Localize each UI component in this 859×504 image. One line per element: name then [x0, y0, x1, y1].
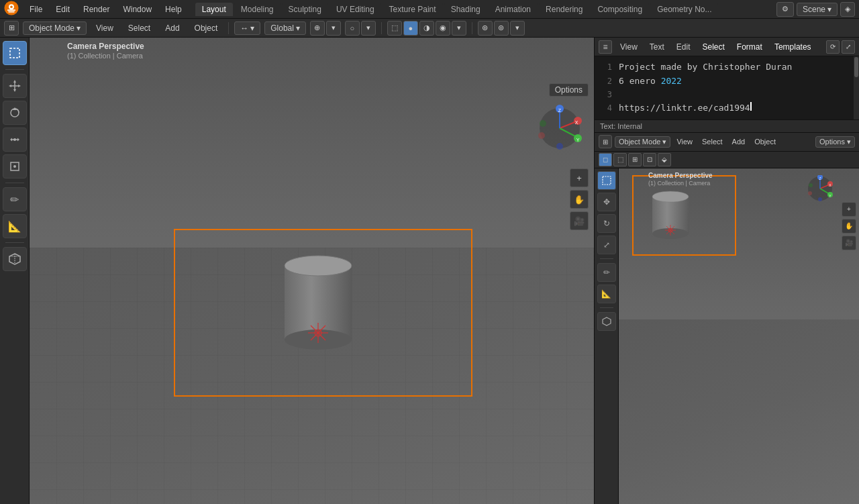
text-editor-scrollbar[interactable]: [854, 56, 859, 119]
blender-logo[interactable]: [4, 1, 19, 17]
svp-axis-gizmo[interactable]: X Y Z: [807, 175, 833, 202]
svp-pan-btn[interactable]: ✋: [842, 219, 856, 234]
viewport-shading-icon[interactable]: ◈: [840, 2, 855, 17]
svp-add-menu[interactable]: Add: [729, 136, 749, 147]
svp-icon-4[interactable]: ⊡: [643, 153, 656, 166]
viewport-canvas[interactable]: Camera Perspective (1) Collection | Came…: [30, 38, 594, 504]
zoom-in-btn[interactable]: +: [570, 168, 589, 187]
svg-text:Z: Z: [558, 108, 562, 113]
te-line-1: 1 Project made by Christopher Duran: [599, 60, 855, 74]
transform-selector[interactable]: ↔ ▾: [234, 21, 260, 35]
te-view-menu[interactable]: View: [616, 41, 642, 53]
material-icon[interactable]: ◑: [419, 21, 434, 36]
svg-marker-8: [13, 80, 16, 83]
tab-sculpting[interactable]: Sculpting: [282, 3, 328, 16]
te-text-menu[interactable]: Text: [646, 41, 668, 53]
mode-selector[interactable]: Object Mode ▾: [23, 21, 87, 35]
overlay-icon[interactable]: ⊚: [494, 21, 509, 36]
svp-mode-selector[interactable]: Object Mode ▾: [615, 136, 670, 148]
text-editor-content[interactable]: 1 Project made by Christopher Duran 2 6 …: [595, 56, 859, 119]
svg-point-69: [818, 197, 822, 201]
second-viewport[interactable]: ✥ ↻ ⤢ ✏ 📐: [595, 168, 859, 504]
svp-rotate-tool[interactable]: ↻: [597, 214, 616, 233]
engine-icon[interactable]: ⚙: [776, 2, 794, 17]
te-expand-icon[interactable]: ⤢: [842, 40, 855, 54]
tab-animation[interactable]: Animation: [489, 3, 538, 16]
measure-tool[interactable]: 📐: [3, 214, 27, 238]
gizmo-icon[interactable]: ⊛: [478, 21, 493, 36]
menu-help[interactable]: Help: [160, 3, 187, 15]
svp-right-tools: + ✋ 🎥: [842, 202, 856, 250]
hand-pan-btn[interactable]: ✋: [570, 190, 589, 209]
te-sync-icon[interactable]: ⟳: [826, 40, 840, 54]
tab-texture-paint[interactable]: Texture Paint: [383, 3, 443, 16]
wireframe-icon[interactable]: ⬚: [387, 21, 402, 36]
svg-point-2: [10, 5, 13, 8]
text-editor-type-icon[interactable]: ≡: [599, 40, 612, 54]
menu-file[interactable]: File: [24, 3, 48, 15]
shading-settings-icon[interactable]: ▾: [452, 21, 466, 36]
axis-gizmo[interactable]: X Y Z: [536, 105, 583, 152]
svp-zoom-in-btn[interactable]: +: [842, 202, 856, 217]
te-format-menu[interactable]: Format: [733, 41, 766, 53]
object-menu[interactable]: Object: [189, 22, 223, 34]
editor-type-icon[interactable]: ⊞: [4, 21, 19, 36]
view-menu[interactable]: View: [91, 22, 119, 34]
camera-view-btn[interactable]: 🎥: [570, 211, 589, 230]
select-box-tool[interactable]: [3, 41, 27, 65]
svp-icon-5[interactable]: ⬙: [658, 153, 671, 166]
menu-edit[interactable]: Edit: [50, 3, 75, 15]
tab-uv-editing[interactable]: UV Editing: [330, 3, 381, 16]
add-cube-tool[interactable]: [3, 247, 27, 271]
svp-move-tool[interactable]: ✥: [597, 193, 616, 211]
menu-window[interactable]: Window: [117, 3, 157, 15]
svp-options-btn[interactable]: Options ▾: [815, 136, 855, 148]
te-select-menu[interactable]: Select: [699, 41, 729, 53]
tab-layout[interactable]: Layout: [195, 3, 233, 16]
tab-geometry-nodes[interactable]: Geometry No...: [650, 3, 718, 16]
svp-select-tool[interactable]: [597, 171, 616, 190]
select-menu[interactable]: Select: [123, 22, 156, 34]
snap-magnet-icon[interactable]: ⊕: [310, 21, 325, 36]
svp-cube-tool[interactable]: [597, 312, 616, 331]
te-edit-menu[interactable]: Edit: [672, 41, 695, 53]
rendered-icon[interactable]: ◉: [436, 21, 450, 36]
scale-tool[interactable]: [3, 128, 27, 152]
solid-icon[interactable]: ●: [403, 21, 418, 36]
annotate-tool[interactable]: ✏: [3, 187, 27, 211]
svp-scale-tool[interactable]: ⤢: [597, 236, 616, 254]
menu-render[interactable]: Render: [78, 3, 115, 15]
tab-modeling[interactable]: Modeling: [234, 3, 281, 16]
snap-settings-icon[interactable]: ▾: [326, 21, 341, 36]
tab-rendering[interactable]: Rendering: [539, 3, 589, 16]
tab-compositing[interactable]: Compositing: [591, 3, 649, 16]
svg-point-19: [13, 165, 16, 168]
global-transform[interactable]: Global ▾: [264, 21, 306, 35]
svp-annotate-tool[interactable]: ✏: [597, 263, 616, 282]
rotate-tool[interactable]: [3, 101, 27, 125]
proportional-edit-icon[interactable]: ○: [345, 21, 360, 36]
te-templates-menu[interactable]: Templates: [770, 41, 815, 53]
add-menu[interactable]: Add: [160, 22, 185, 34]
svg-point-44: [540, 120, 546, 127]
svp-select-menu[interactable]: Select: [699, 136, 726, 147]
move-tool[interactable]: [3, 74, 27, 98]
svp-canvas[interactable]: Camera Perspective (1) Collection | Came…: [619, 168, 859, 504]
svp-select-icon[interactable]: ◻: [599, 153, 612, 166]
svp-icon-3[interactable]: ⊞: [628, 153, 642, 166]
proportional-settings-icon[interactable]: ▾: [361, 21, 376, 36]
svp-object-menu[interactable]: Object: [751, 136, 779, 147]
cylinder-object[interactable]: [264, 232, 372, 366]
right-panel: ≡ View Text Edit Select Format Templates…: [594, 38, 859, 504]
svp-icon-2[interactable]: ⬚: [613, 153, 627, 166]
options-button[interactable]: Options: [549, 83, 589, 97]
xray-icon[interactable]: ▾: [510, 21, 525, 36]
tab-shading[interactable]: Shading: [444, 3, 487, 16]
svp-tool-sep2: [600, 307, 613, 308]
svp-view-menu[interactable]: View: [673, 136, 696, 147]
svp-editor-type-icon[interactable]: ⊞: [599, 135, 612, 148]
svp-camera-btn[interactable]: 🎥: [842, 236, 856, 250]
scene-selector[interactable]: Scene ▾: [797, 3, 838, 16]
transform-tool[interactable]: [3, 154, 27, 179]
svp-measure-tool[interactable]: 📐: [597, 285, 616, 303]
